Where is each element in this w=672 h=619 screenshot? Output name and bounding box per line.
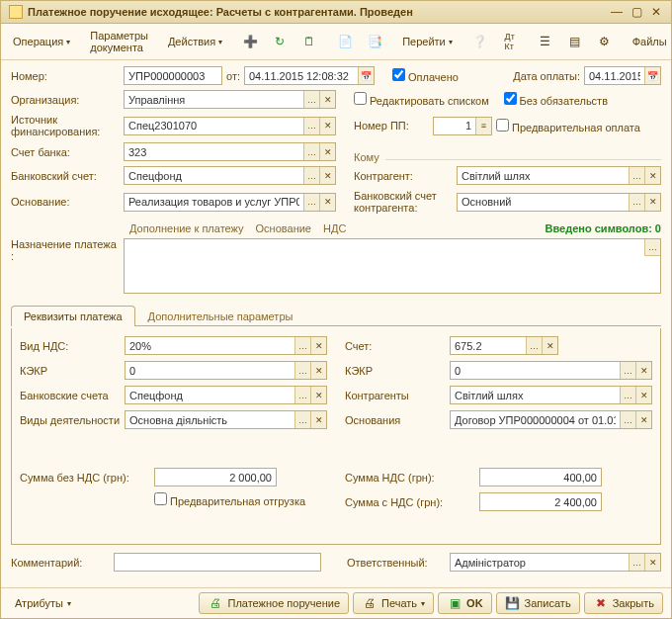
select-button[interactable]: … — [303, 118, 319, 134]
bankacc2-input[interactable] — [125, 167, 303, 184]
clear-button[interactable]: ✕ — [635, 387, 651, 403]
clear-button[interactable]: ✕ — [644, 194, 660, 211]
attributes-menu[interactable]: Атрибуты▾ — [9, 595, 77, 611]
counterparties-combo[interactable]: … ✕ — [450, 386, 652, 404]
select-button[interactable]: … — [620, 387, 635, 403]
paid-checkbox-wrap[interactable]: Оплачено — [392, 68, 459, 83]
toolbar-icon-10[interactable]: ⚙ — [591, 31, 619, 52]
bases-combo[interactable]: … ✕ — [450, 410, 652, 429]
number-field[interactable] — [124, 66, 222, 85]
goto-menu[interactable]: Перейти▾ — [396, 33, 459, 50]
basis-input[interactable] — [125, 194, 303, 211]
select-button[interactable]: … — [303, 167, 319, 184]
select-button[interactable]: … — [629, 194, 644, 211]
select-button[interactable]: … — [303, 143, 319, 160]
date-field[interactable]: 📅 — [244, 66, 375, 85]
operation-menu[interactable]: Операция▾ — [7, 33, 76, 50]
purpose-textarea[interactable]: … — [124, 238, 661, 294]
clear-button[interactable]: ✕ — [319, 167, 335, 184]
ok-button[interactable]: ▣OK — [438, 592, 492, 614]
sumwithvat-input[interactable] — [479, 492, 602, 511]
calendar-icon[interactable]: 📅 — [644, 67, 660, 84]
select-button[interactable]: … — [294, 387, 310, 403]
payment-order-button[interactable]: 🖨Платежное поручение — [199, 592, 349, 614]
kekr-combo[interactable]: … ✕ — [125, 361, 327, 380]
preship-wrap[interactable]: Предварительная отгрузка — [154, 492, 305, 507]
clear-button[interactable]: ✕ — [310, 337, 326, 354]
toolbar-icon-3[interactable]: 🗒 — [295, 31, 323, 52]
minimize-button[interactable]: — — [610, 5, 624, 19]
number-input[interactable] — [125, 67, 221, 84]
org-input[interactable] — [125, 91, 303, 108]
select-button[interactable]: … — [294, 337, 310, 354]
noobligations-wrap[interactable]: Без обязательств — [504, 92, 608, 107]
files-button[interactable]: Файлы — [627, 33, 672, 50]
select-button[interactable]: … — [303, 194, 319, 211]
ppnumber-field[interactable]: ≡ — [433, 117, 492, 135]
select-button[interactable]: … — [620, 362, 635, 379]
kekr-input[interactable] — [126, 362, 294, 379]
doc-params-button[interactable]: Параметры документа — [84, 27, 154, 56]
toolbar-icon-6[interactable]: ❔ — [466, 31, 494, 52]
sumnovat-input[interactable] — [154, 468, 277, 486]
cpbankacc-input[interactable] — [458, 194, 629, 211]
select-button[interactable]: … — [629, 554, 644, 571]
counterparty-input[interactable] — [458, 167, 629, 184]
counterparty-combo[interactable]: … ✕ — [457, 166, 661, 185]
bankaccount-input[interactable] — [125, 143, 303, 160]
tab-basis[interactable]: Основание — [256, 222, 311, 234]
prepayment-wrap[interactable]: Предварительная оплата — [496, 119, 640, 133]
paid-checkbox[interactable] — [392, 68, 405, 81]
toolbar-icon-8[interactable]: ☰ — [532, 31, 559, 52]
kekr2-combo[interactable]: … ✕ — [450, 361, 652, 380]
account-input[interactable] — [451, 337, 526, 354]
tab-vat[interactable]: НДС — [323, 222, 346, 234]
comment-input[interactable] — [114, 553, 321, 572]
select-button[interactable]: … — [526, 337, 542, 354]
org-combo[interactable]: … ✕ — [124, 90, 336, 109]
sumvat-input[interactable] — [479, 468, 602, 486]
toolbar-icon-7[interactable]: ДтКт — [496, 31, 524, 52]
kekr2-input[interactable] — [451, 362, 620, 379]
close-button[interactable]: ✕ — [649, 5, 663, 19]
bases-input[interactable] — [451, 411, 620, 428]
tab-addition[interactable]: Дополнение к платежу — [129, 222, 244, 234]
expand-button[interactable]: … — [644, 239, 660, 256]
toolbar-icon-1[interactable]: ➕ — [236, 31, 264, 52]
select-button[interactable]: … — [294, 411, 310, 428]
toolbar-icon-9[interactable]: ▤ — [561, 31, 589, 52]
tab-payment-details[interactable]: Реквизиты платежа — [11, 306, 135, 326]
bankaccount-combo[interactable]: … ✕ — [124, 142, 336, 161]
activities-input[interactable] — [126, 411, 294, 428]
spinner-icon[interactable]: ≡ — [475, 118, 491, 134]
finsource-combo[interactable]: … ✕ — [124, 117, 336, 135]
clear-button[interactable]: ✕ — [319, 91, 335, 108]
tab-extra-params[interactable]: Дополнительные параметры — [135, 306, 306, 326]
paydate-input[interactable] — [585, 67, 644, 84]
preship-checkbox[interactable] — [154, 492, 167, 505]
date-input[interactable] — [245, 67, 358, 84]
paydate-field[interactable]: 📅 — [584, 66, 661, 85]
select-button[interactable]: … — [303, 91, 319, 108]
bankaccts-input[interactable] — [126, 387, 294, 403]
prepayment-checkbox[interactable] — [496, 119, 509, 132]
basis-combo[interactable]: … ✕ — [124, 193, 336, 212]
save-button[interactable]: 💾Записать — [496, 592, 580, 614]
cpbankacc-combo[interactable]: … ✕ — [457, 193, 661, 212]
activities-combo[interactable]: … ✕ — [125, 410, 327, 429]
select-button[interactable]: … — [294, 362, 310, 379]
calendar-icon[interactable]: 📅 — [358, 67, 374, 84]
clear-button[interactable]: ✕ — [635, 362, 651, 379]
counterparties-input[interactable] — [451, 387, 620, 403]
clear-button[interactable]: ✕ — [310, 362, 326, 379]
clear-button[interactable]: ✕ — [310, 411, 326, 428]
bankaccts-combo[interactable]: … ✕ — [125, 386, 327, 404]
clear-button[interactable]: ✕ — [542, 337, 557, 354]
clear-button[interactable]: ✕ — [319, 118, 335, 134]
toolbar-icon-2[interactable]: ↻ — [266, 31, 294, 52]
ppnumber-input[interactable] — [434, 118, 475, 134]
finsource-input[interactable] — [125, 118, 303, 134]
responsible-combo[interactable]: … ✕ — [450, 553, 661, 572]
noobligations-checkbox[interactable] — [504, 92, 517, 105]
close-button[interactable]: ✖Закрыть — [584, 592, 663, 614]
